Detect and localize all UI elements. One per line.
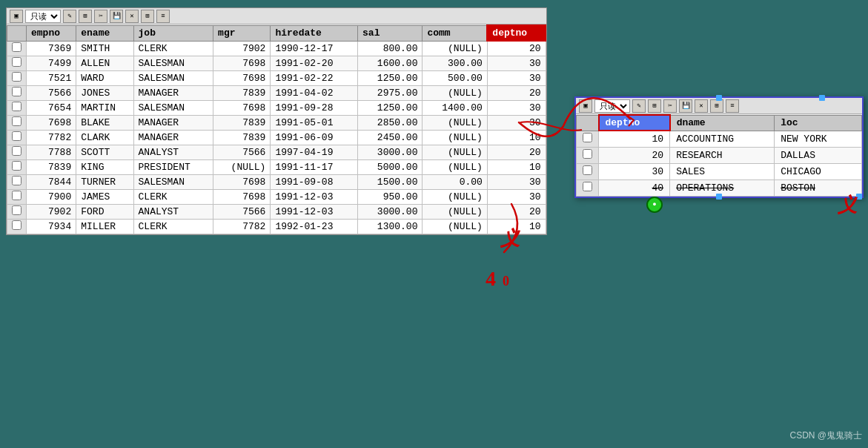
- cell-sal: 1250.00: [358, 70, 423, 85]
- dept-col-dname[interactable]: dname: [670, 115, 775, 131]
- right-read-only-select[interactable]: 只读: [594, 99, 630, 113]
- row-checkbox[interactable]: [7, 219, 27, 234]
- right-toolbar-btn-7[interactable]: ≡: [726, 99, 739, 113]
- dept-col-loc[interactable]: loc: [775, 115, 862, 131]
- cell-job: PRESIDENT: [133, 159, 213, 174]
- col-hiredate[interactable]: hiredate: [271, 25, 358, 41]
- cell-comm: 500.00: [423, 70, 487, 85]
- dept-table: deptno dname loc 10 ACCOUNTING NEW YORK …: [576, 114, 862, 197]
- cell-deptno: 30: [487, 100, 546, 115]
- emp-table-row[interactable]: 7499 ALLEN SALESMAN 7698 1991-02-20 1600…: [7, 56, 546, 70]
- cell-sal: 2975.00: [358, 85, 423, 100]
- right-table-window: ▣ 只读 ✎ ⊞ ✂ 💾 ✕ ⊞ ≡ deptno dname loc 10 A…: [574, 96, 864, 198]
- row-checkbox[interactable]: [7, 174, 27, 189]
- resize-dot-top-right[interactable]: [819, 95, 825, 101]
- resize-dot-bottom-right[interactable]: [856, 194, 862, 200]
- emp-table-row[interactable]: 7369 SMITH CLERK 7902 1990-12-17 800.00 …: [7, 41, 546, 56]
- row-checkbox[interactable]: [7, 85, 27, 100]
- dept-table-row[interactable]: 10 ACCOUNTING NEW YORK: [577, 131, 862, 147]
- toolbar-btn-6[interactable]: ⊞: [141, 10, 154, 23]
- right-toolbar-btn-2[interactable]: ⊞: [648, 99, 661, 113]
- dept-cell-dname: SALES: [670, 163, 775, 179]
- right-toolbar-btn-4[interactable]: 💾: [679, 99, 692, 113]
- cell-job: MANAGER: [133, 115, 213, 130]
- cell-ename: SMITH: [76, 41, 133, 56]
- row-checkbox[interactable]: [7, 56, 27, 70]
- col-deptno[interactable]: deptno: [487, 25, 546, 41]
- emp-table-row[interactable]: 7844 TURNER SALESMAN 7698 1991-09-08 150…: [7, 174, 546, 189]
- cell-deptno: 10: [487, 130, 546, 145]
- row-checkbox[interactable]: [7, 159, 27, 174]
- cell-deptno: 20: [487, 41, 546, 56]
- resize-dot-bottom[interactable]: [716, 194, 722, 200]
- dept-cell-loc: DALLAS: [775, 147, 862, 163]
- toolbar-icon-1[interactable]: ▣: [10, 10, 23, 23]
- dept-row-checkbox[interactable]: [577, 163, 599, 179]
- emp-table-row[interactable]: 7521 WARD SALESMAN 7698 1991-02-22 1250.…: [7, 70, 546, 85]
- toolbar-btn-2[interactable]: ⊞: [79, 10, 92, 23]
- row-checkbox[interactable]: [7, 70, 27, 85]
- cell-job: CLERK: [133, 41, 213, 56]
- dept-table-row[interactable]: 30 SALES CHICAGO: [577, 163, 862, 179]
- cell-comm: 300.00: [423, 56, 487, 70]
- emp-table-row[interactable]: 7654 MARTIN SALESMAN 7698 1991-09-28 125…: [7, 100, 546, 115]
- cell-empno: 7788: [27, 145, 76, 159]
- row-checkbox[interactable]: [7, 204, 27, 219]
- left-table-container: empno ename job mgr hiredate sal comm de…: [7, 24, 546, 234]
- cell-sal: 2450.00: [358, 130, 423, 145]
- cell-deptno: 20: [487, 204, 546, 219]
- resize-dot-top[interactable]: [716, 95, 722, 101]
- emp-table-row[interactable]: 7782 CLARK MANAGER 7839 1991-06-09 2450.…: [7, 130, 546, 145]
- cell-mgr: 7698: [213, 56, 271, 70]
- col-mgr[interactable]: mgr: [213, 25, 271, 41]
- cell-comm: (NULL): [423, 145, 487, 159]
- dept-row-checkbox[interactable]: [577, 131, 599, 147]
- col-empno[interactable]: empno: [27, 25, 76, 41]
- cell-deptno: 30: [487, 189, 546, 204]
- row-checkbox[interactable]: [7, 100, 27, 115]
- col-ename[interactable]: ename: [76, 25, 133, 41]
- emp-table-row[interactable]: 7566 JONES MANAGER 7839 1991-04-02 2975.…: [7, 85, 546, 100]
- row-checkbox[interactable]: [7, 130, 27, 145]
- toolbar-btn-3[interactable]: ✂: [94, 10, 107, 23]
- right-toolbar-btn-5[interactable]: ✕: [695, 99, 708, 113]
- cell-job: MANAGER: [133, 85, 213, 100]
- cell-ename: MARTIN: [76, 100, 133, 115]
- cell-empno: 7902: [27, 204, 76, 219]
- emp-table-row[interactable]: 7698 BLAKE MANAGER 7839 1991-05-01 2850.…: [7, 115, 546, 130]
- emp-table-row[interactable]: 7839 KING PRESIDENT (NULL) 1991-11-17 50…: [7, 159, 546, 174]
- left-read-only-select[interactable]: 只读: [25, 10, 61, 23]
- cell-mgr: 7698: [213, 70, 271, 85]
- row-checkbox[interactable]: [7, 145, 27, 159]
- cell-deptno: 20: [487, 85, 546, 100]
- row-checkbox[interactable]: [7, 189, 27, 204]
- cell-deptno: 30: [487, 174, 546, 189]
- cell-comm: (NULL): [423, 204, 487, 219]
- row-checkbox[interactable]: [7, 115, 27, 130]
- cell-mgr: 7698: [213, 100, 271, 115]
- dept-row-checkbox[interactable]: [577, 179, 599, 196]
- toolbar-btn-7[interactable]: ≡: [156, 10, 170, 23]
- toolbar-btn-4[interactable]: 💾: [110, 10, 123, 23]
- col-sal[interactable]: sal: [358, 25, 423, 41]
- cell-mgr: 7782: [213, 219, 271, 234]
- watermark: CSDN @鬼鬼骑士: [789, 429, 862, 442]
- right-toolbar-btn-1[interactable]: ✎: [632, 99, 646, 113]
- toolbar-btn-1[interactable]: ✎: [63, 10, 76, 23]
- cell-sal: 800.00: [358, 41, 423, 56]
- right-toolbar-btn-6[interactable]: ⊞: [710, 99, 723, 113]
- emp-table-row[interactable]: 7902 FORD ANALYST 7566 1991-12-03 3000.0…: [7, 204, 546, 219]
- emp-table-row[interactable]: 7934 MILLER CLERK 7782 1992-01-23 1300.0…: [7, 219, 546, 234]
- dept-row-checkbox[interactable]: [577, 147, 599, 163]
- col-comm[interactable]: comm: [423, 25, 487, 41]
- right-toolbar-icon-1[interactable]: ▣: [579, 99, 592, 113]
- dept-table-row[interactable]: 20 RESEARCH DALLAS: [577, 147, 862, 163]
- right-toolbar-btn-3[interactable]: ✂: [663, 99, 677, 113]
- dept-col-deptno[interactable]: deptno: [599, 115, 670, 131]
- cell-ename: JAMES: [76, 189, 133, 204]
- col-job[interactable]: job: [133, 25, 213, 41]
- emp-table-row[interactable]: 7900 JAMES CLERK 7698 1991-12-03 950.00 …: [7, 189, 546, 204]
- toolbar-btn-5[interactable]: ✕: [125, 10, 139, 23]
- emp-table-row[interactable]: 7788 SCOTT ANALYST 7566 1997-04-19 3000.…: [7, 145, 546, 159]
- row-checkbox[interactable]: [7, 41, 27, 56]
